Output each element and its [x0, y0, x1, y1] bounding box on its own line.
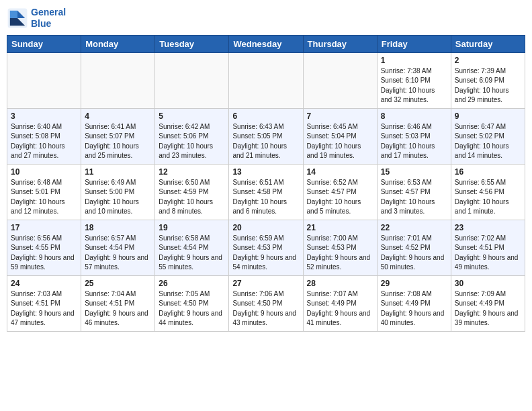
day-number: 6	[232, 111, 299, 121]
day-info: Sunrise: 6:48 AMSunset: 5:01 PMDaylight:…	[11, 178, 77, 217]
day-info: Sunrise: 7:01 AMSunset: 4:52 PMDaylight:…	[381, 234, 447, 273]
calendar-cell: 9Sunrise: 6:47 AMSunset: 5:02 PMDaylight…	[451, 108, 525, 164]
calendar-cell: 6Sunrise: 6:43 AMSunset: 5:05 PMDaylight…	[229, 108, 303, 164]
day-number: 10	[11, 167, 77, 177]
day-info: Sunrise: 6:43 AMSunset: 5:05 PMDaylight:…	[232, 122, 299, 161]
day-number: 21	[307, 223, 373, 232]
calendar-cell: 8Sunrise: 6:46 AMSunset: 5:03 PMDaylight…	[377, 108, 451, 164]
logo-text: General Blue	[31, 7, 66, 30]
calendar-cell	[229, 52, 303, 108]
day-number: 27	[232, 279, 299, 288]
calendar-week-3: 10Sunrise: 6:48 AMSunset: 5:01 PMDayligh…	[7, 164, 525, 220]
calendar-cell: 23Sunrise: 7:02 AMSunset: 4:51 PMDayligh…	[451, 220, 525, 275]
logo-icon	[7, 7, 28, 29]
day-info: Sunrise: 7:04 AMSunset: 4:51 PMDaylight:…	[85, 289, 151, 328]
logo: General Blue	[7, 7, 66, 30]
day-info: Sunrise: 7:03 AMSunset: 4:51 PMDaylight:…	[11, 289, 77, 328]
calendar-cell: 4Sunrise: 6:41 AMSunset: 5:07 PMDaylight…	[81, 108, 155, 164]
day-number: 7	[307, 111, 373, 121]
day-info: Sunrise: 6:45 AMSunset: 5:04 PMDaylight:…	[307, 122, 373, 161]
calendar-cell: 1Sunrise: 7:38 AMSunset: 6:10 PMDaylight…	[377, 52, 451, 108]
day-number: 14	[307, 167, 373, 177]
day-info: Sunrise: 7:09 AMSunset: 4:49 PMDaylight:…	[455, 289, 521, 328]
day-number: 16	[455, 167, 521, 177]
day-number: 30	[455, 279, 521, 288]
calendar-cell: 26Sunrise: 7:05 AMSunset: 4:50 PMDayligh…	[155, 275, 229, 331]
day-info: Sunrise: 6:41 AMSunset: 5:07 PMDaylight:…	[85, 122, 151, 161]
day-info: Sunrise: 6:59 AMSunset: 4:53 PMDaylight:…	[232, 234, 299, 273]
calendar-cell: 10Sunrise: 6:48 AMSunset: 5:01 PMDayligh…	[7, 164, 81, 220]
calendar-cell: 17Sunrise: 6:56 AMSunset: 4:55 PMDayligh…	[7, 220, 81, 275]
calendar-cell: 30Sunrise: 7:09 AMSunset: 4:49 PMDayligh…	[451, 275, 525, 331]
calendar-cell	[303, 52, 377, 108]
day-info: Sunrise: 7:07 AMSunset: 4:49 PMDaylight:…	[307, 289, 373, 328]
calendar-cell	[155, 52, 229, 108]
calendar-cell: 2Sunrise: 7:39 AMSunset: 6:09 PMDaylight…	[451, 52, 525, 108]
calendar-cell: 22Sunrise: 7:01 AMSunset: 4:52 PMDayligh…	[377, 220, 451, 275]
day-number: 17	[11, 223, 77, 232]
day-number: 23	[455, 223, 521, 232]
day-info: Sunrise: 6:57 AMSunset: 4:54 PMDaylight:…	[85, 234, 151, 273]
calendar-cell: 11Sunrise: 6:49 AMSunset: 5:00 PMDayligh…	[81, 164, 155, 220]
calendar-cell	[7, 52, 81, 108]
svg-marker-3	[10, 11, 17, 18]
col-header-thursday: Thursday	[303, 35, 377, 52]
calendar-cell: 18Sunrise: 6:57 AMSunset: 4:54 PMDayligh…	[81, 220, 155, 275]
day-info: Sunrise: 6:49 AMSunset: 5:00 PMDaylight:…	[85, 178, 151, 217]
col-header-sunday: Sunday	[7, 35, 81, 52]
calendar-cell: 15Sunrise: 6:53 AMSunset: 4:57 PMDayligh…	[377, 164, 451, 220]
day-number: 15	[381, 167, 447, 177]
day-info: Sunrise: 6:58 AMSunset: 4:54 PMDaylight:…	[159, 234, 225, 273]
day-number: 18	[85, 223, 151, 232]
day-number: 9	[455, 111, 521, 121]
day-info: Sunrise: 6:53 AMSunset: 4:57 PMDaylight:…	[381, 178, 447, 217]
col-header-saturday: Saturday	[451, 35, 525, 52]
day-number: 12	[159, 167, 225, 177]
day-info: Sunrise: 7:38 AMSunset: 6:10 PMDaylight:…	[381, 66, 447, 105]
day-number: 2	[455, 56, 521, 65]
day-number: 11	[85, 167, 151, 177]
header-row: SundayMondayTuesdayWednesdayThursdayFrid…	[7, 35, 525, 52]
day-info: Sunrise: 7:08 AMSunset: 4:49 PMDaylight:…	[381, 289, 447, 328]
day-info: Sunrise: 6:52 AMSunset: 4:57 PMDaylight:…	[307, 178, 373, 217]
day-info: Sunrise: 6:56 AMSunset: 4:55 PMDaylight:…	[11, 234, 77, 273]
day-info: Sunrise: 7:00 AMSunset: 4:53 PMDaylight:…	[307, 234, 373, 273]
calendar-cell: 7Sunrise: 6:45 AMSunset: 5:04 PMDaylight…	[303, 108, 377, 164]
day-number: 26	[159, 279, 225, 288]
day-number: 24	[11, 279, 77, 288]
col-header-monday: Monday	[81, 35, 155, 52]
day-info: Sunrise: 7:05 AMSunset: 4:50 PMDaylight:…	[159, 289, 225, 328]
day-number: 3	[11, 111, 77, 121]
calendar-week-2: 3Sunrise: 6:40 AMSunset: 5:08 PMDaylight…	[7, 108, 525, 164]
col-header-wednesday: Wednesday	[229, 35, 303, 52]
calendar-header: SundayMondayTuesdayWednesdayThursdayFrid…	[7, 35, 525, 52]
day-number: 22	[381, 223, 447, 232]
calendar-cell: 20Sunrise: 6:59 AMSunset: 4:53 PMDayligh…	[229, 220, 303, 275]
day-info: Sunrise: 6:47 AMSunset: 5:02 PMDaylight:…	[455, 122, 521, 161]
calendar-table: SundayMondayTuesdayWednesdayThursdayFrid…	[7, 35, 525, 332]
day-info: Sunrise: 6:46 AMSunset: 5:03 PMDaylight:…	[381, 122, 447, 161]
day-info: Sunrise: 7:06 AMSunset: 4:50 PMDaylight:…	[232, 289, 299, 328]
calendar-cell: 25Sunrise: 7:04 AMSunset: 4:51 PMDayligh…	[81, 275, 155, 331]
calendar-cell: 5Sunrise: 6:42 AMSunset: 5:06 PMDaylight…	[155, 108, 229, 164]
calendar-body: 1Sunrise: 7:38 AMSunset: 6:10 PMDaylight…	[7, 52, 525, 331]
day-number: 19	[159, 223, 225, 232]
calendar-cell: 13Sunrise: 6:51 AMSunset: 4:58 PMDayligh…	[229, 164, 303, 220]
day-info: Sunrise: 6:50 AMSunset: 4:59 PMDaylight:…	[159, 178, 225, 217]
calendar-cell: 3Sunrise: 6:40 AMSunset: 5:08 PMDaylight…	[7, 108, 81, 164]
col-header-friday: Friday	[377, 35, 451, 52]
calendar-cell: 14Sunrise: 6:52 AMSunset: 4:57 PMDayligh…	[303, 164, 377, 220]
day-info: Sunrise: 6:51 AMSunset: 4:58 PMDaylight:…	[232, 178, 299, 217]
calendar-cell	[81, 52, 155, 108]
col-header-tuesday: Tuesday	[155, 35, 229, 52]
calendar-cell: 21Sunrise: 7:00 AMSunset: 4:53 PMDayligh…	[303, 220, 377, 275]
day-number: 4	[85, 111, 151, 121]
calendar-cell: 19Sunrise: 6:58 AMSunset: 4:54 PMDayligh…	[155, 220, 229, 275]
day-number: 25	[85, 279, 151, 288]
calendar-week-1: 1Sunrise: 7:38 AMSunset: 6:10 PMDaylight…	[7, 52, 525, 108]
calendar-cell: 28Sunrise: 7:07 AMSunset: 4:49 PMDayligh…	[303, 275, 377, 331]
calendar-cell: 12Sunrise: 6:50 AMSunset: 4:59 PMDayligh…	[155, 164, 229, 220]
day-info: Sunrise: 7:39 AMSunset: 6:09 PMDaylight:…	[455, 66, 521, 105]
day-number: 29	[381, 279, 447, 288]
calendar-cell: 27Sunrise: 7:06 AMSunset: 4:50 PMDayligh…	[229, 275, 303, 331]
